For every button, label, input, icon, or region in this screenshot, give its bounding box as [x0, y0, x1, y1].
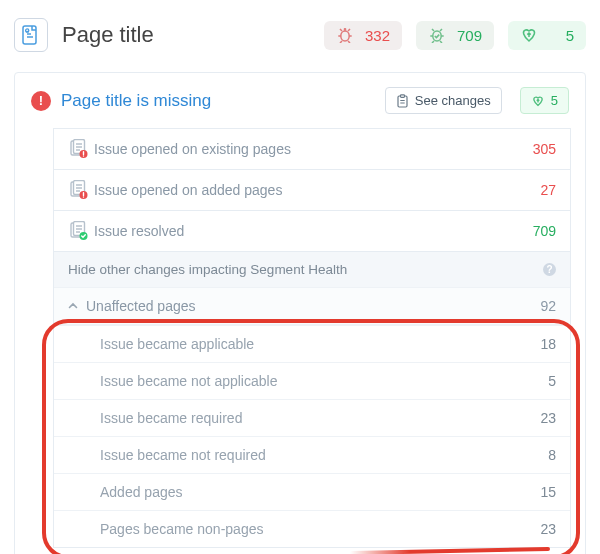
bug-resolved-icon — [428, 27, 446, 43]
segment-health-subhead[interactable]: Hide other changes impacting Segment Hea… — [54, 252, 570, 288]
bugs-resolved-count: 709 — [454, 27, 482, 44]
subrow-label: Issue became applicable — [100, 336, 500, 352]
row-label: Issue opened on existing pages — [94, 141, 500, 157]
subrow-applicable[interactable]: Issue became applicable 18 — [54, 325, 570, 362]
health-delta-count: 5 — [546, 27, 574, 44]
subrow-label: Issue became required — [100, 410, 500, 426]
see-changes-button[interactable]: See changes — [385, 87, 502, 114]
subrow-label: Pages became non-pages — [100, 521, 500, 537]
row-opened-existing[interactable]: Issue opened on existing pages 305 — [54, 129, 570, 170]
svg-rect-5 — [400, 94, 404, 97]
error-dot-icon: ! — [31, 91, 51, 111]
subrow-not-applicable[interactable]: Issue became not applicable 5 — [54, 362, 570, 399]
page-icon — [14, 18, 48, 52]
see-changes-label: See changes — [415, 93, 491, 108]
row-label: Issue resolved — [94, 223, 500, 239]
heart-up-icon — [531, 95, 545, 107]
svg-point-2 — [341, 31, 349, 41]
subrow-not-required[interactable]: Issue became not required 8 — [54, 436, 570, 473]
subrow-count: 8 — [500, 447, 556, 463]
subrow-count: 5 — [500, 373, 556, 389]
subhead-label: Hide other changes impacting Segment Hea… — [68, 262, 537, 277]
doc-resolved-icon — [68, 221, 94, 241]
row-count: 709 — [500, 223, 556, 239]
unaffected-subgroup: Issue became applicable 18 Issue became … — [54, 325, 570, 547]
subrow-required[interactable]: Issue became required 23 — [54, 399, 570, 436]
page-header: Page title 332 709 — [14, 18, 586, 52]
subrow-count: 23 — [500, 410, 556, 426]
subrow-label: Added pages — [100, 484, 500, 500]
subrow-label: Issue became not required — [100, 447, 500, 463]
subrow-count: 23 — [500, 521, 556, 537]
row-resolved[interactable]: Issue resolved 709 — [54, 211, 570, 252]
bugs-opened-pill[interactable]: 332 — [324, 21, 402, 50]
clipboard-icon — [396, 94, 409, 108]
row-count: 27 — [500, 182, 556, 198]
health-delta-pill[interactable]: 5 — [508, 21, 586, 50]
row-count: 305 — [500, 141, 556, 157]
subrow-added-pages[interactable]: Added pages 15 — [54, 473, 570, 510]
subrow-count: 18 — [500, 336, 556, 352]
svg-rect-0 — [23, 26, 36, 44]
heart-up-icon — [520, 27, 538, 43]
doc-error-icon — [68, 139, 94, 159]
group-count: 92 — [500, 298, 556, 314]
issue-list: Issue opened on existing pages 305 Issue… — [53, 128, 571, 548]
subrow-non-pages[interactable]: Pages became non-pages 23 — [54, 510, 570, 547]
issue-card: ! Page title is missing See changes — [14, 72, 586, 554]
subrow-label: Issue became not applicable — [100, 373, 500, 389]
card-health-pill[interactable]: 5 — [520, 87, 569, 114]
unaffected-pages-toggle[interactable]: Unaffected pages 92 — [54, 288, 570, 325]
subrow-count: 15 — [500, 484, 556, 500]
group-label: Unaffected pages — [86, 298, 500, 314]
help-icon[interactable]: ? — [543, 263, 556, 276]
highlight-underline — [350, 547, 550, 554]
row-opened-added[interactable]: Issue opened on added pages 27 — [54, 170, 570, 211]
card-header: ! Page title is missing See changes — [15, 73, 585, 124]
bugs-resolved-pill[interactable]: 709 — [416, 21, 494, 50]
page-title: Page title — [62, 22, 310, 48]
row-label: Issue opened on added pages — [94, 182, 500, 198]
chevron-up-icon — [68, 301, 78, 311]
card-title[interactable]: Page title is missing — [61, 91, 375, 111]
bugs-opened-count: 332 — [362, 27, 390, 44]
card-health-count: 5 — [551, 93, 558, 108]
doc-error-icon — [68, 180, 94, 200]
bug-opened-icon — [336, 27, 354, 43]
